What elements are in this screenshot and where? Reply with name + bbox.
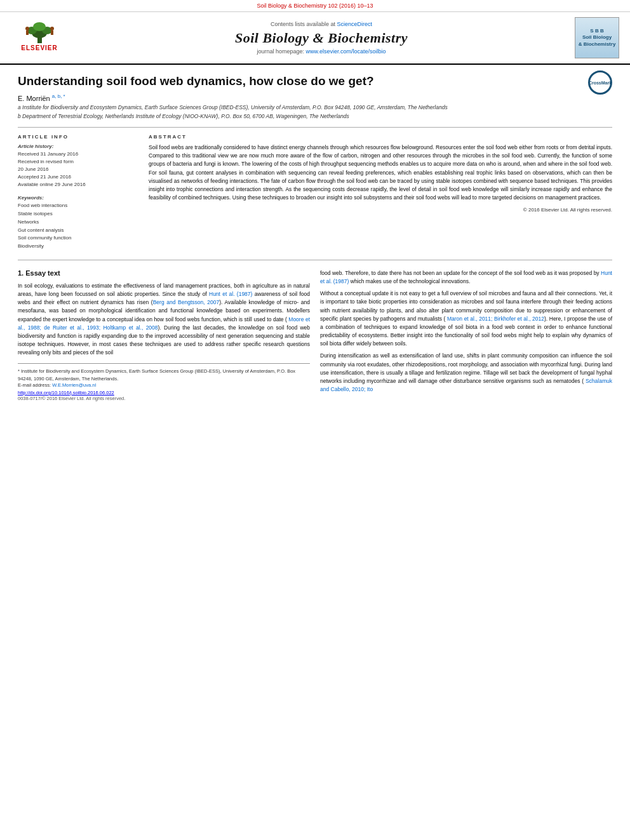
ref-moore-1988[interactable]: Moore et al., 1988; de Ruiter et al., 19…	[18, 316, 310, 331]
sciencedirect-link[interactable]: Contents lists available at ScienceDirec…	[71, 21, 572, 27]
keyword-item: Biodiversity	[18, 243, 138, 251]
ref-maron-2011[interactable]: Maron et al., 2011; Birkhofer et al., 20…	[447, 316, 544, 322]
ref-hunt-1987-left[interactable]: Hunt et al. (1987)	[209, 291, 252, 297]
article-title: Understanding soil food web dynamics, ho…	[18, 74, 612, 90]
footnote-area: * Institute for Biodiversity and Ecosyst…	[18, 363, 310, 401]
article-body: CrossMark Understanding soil food web dy…	[0, 65, 630, 410]
author-name: E. Morriën	[18, 94, 50, 102]
divider-2	[18, 260, 612, 260]
affiliation-b: b Department of Terrestrial Ecology, Net…	[18, 113, 612, 121]
essay-right-text-2: Without a conceptual update it is not ea…	[320, 290, 612, 348]
essay-section: 1. Essay text In soil ecology, evaluatio…	[18, 269, 612, 401]
journal-header: ELSEVIER Contents lists available at Sci…	[0, 12, 630, 65]
essay-right-column: food web. Therefore, to date there has n…	[320, 269, 612, 401]
article-info-label: ARTICLE INFO	[18, 134, 138, 140]
svg-point-5	[33, 22, 46, 31]
journal-homepage-link[interactable]: www.elsevier.com/locate/soilbio	[306, 48, 386, 55]
email-link[interactable]: W.E.Morrien@uva.nl	[52, 382, 96, 388]
keywords-block: Keywords: Food web interactionsStable is…	[18, 195, 138, 251]
svg-point-8	[50, 27, 54, 30]
revised-date: 20 June 2016	[18, 166, 138, 173]
footnote-email-line: E-mail address: W.E.Morrien@uva.nl	[18, 382, 310, 388]
divider-1	[18, 127, 612, 128]
abstract-label: ABSTRACT	[149, 134, 612, 140]
ref-schalamuk-2010[interactable]: Schalamuk and Cabello, 2010; Ito	[320, 378, 612, 392]
journal-reference-text: Soil Biology & Biochemistry 102 (2016) 1…	[257, 3, 373, 9]
crossmark-icon: CrossMark	[588, 70, 612, 95]
essay-right-text-1: food web. Therefore, to date there has n…	[320, 269, 612, 286]
elsevier-logo-area: ELSEVIER	[8, 19, 71, 57]
ref-berg-2007[interactable]: Berg and Bengtsson, 2007	[153, 299, 220, 305]
accepted-date: Accepted 21 June 2016	[18, 173, 138, 181]
footnote-affiliation: * Institute for Biodiversity and Ecosyst…	[18, 368, 310, 382]
info-abstract-section: ARTICLE INFO Article history: Received 3…	[18, 134, 612, 251]
doi-link[interactable]: http://dx.doi.org/10.1016/j.soilbio.2016…	[18, 390, 114, 396]
journal-title: Soil Biology & Biochemistry	[71, 30, 572, 46]
keyword-item: Stable isotopes	[18, 210, 138, 218]
essay-left-text: In soil ecology, evaluations to estimate…	[18, 282, 310, 357]
keyword-item: Soil community function	[18, 234, 138, 243]
svg-rect-7	[26, 30, 29, 35]
journal-homepage: journal homepage: www.elsevier.com/locat…	[71, 48, 572, 55]
sbb-journal-logo: S B B Soil Biology & Biochemistry	[575, 17, 619, 58]
author-superscript: a, b, *	[52, 93, 65, 99]
article-history-block: Article history: Received 31 January 201…	[18, 143, 138, 189]
doi-line[interactable]: http://dx.doi.org/10.1016/j.soilbio.2016…	[18, 390, 310, 396]
essay-right-text-3: During intensification as well as extens…	[320, 352, 612, 394]
available-online: Available online 29 June 2016	[18, 181, 138, 189]
journal-reference-bar: Soil Biology & Biochemistry 102 (2016) 1…	[0, 0, 630, 12]
essay-section-heading: 1. Essay text	[18, 269, 310, 277]
keyword-item: Food web interactions	[18, 202, 138, 210]
keywords-label: Keywords:	[18, 195, 138, 201]
issn-line: 0038-0717/© 2016 Elsevier Ltd. All right…	[18, 396, 310, 401]
essay-left-column: 1. Essay text In soil ecology, evaluatio…	[18, 269, 310, 401]
copyright-text: © 2016 Elsevier Ltd. All rights reserved…	[149, 207, 612, 213]
elsevier-logo: ELSEVIER	[11, 19, 68, 57]
keywords-list: Food web interactionsStable isotopesNetw…	[18, 202, 138, 251]
received-date: Received 31 January 2016	[18, 150, 138, 158]
authors-line: E. Morriën a, b, *	[18, 93, 612, 102]
article-info-column: ARTICLE INFO Article history: Received 3…	[18, 134, 138, 251]
ref-hunt-1987-right[interactable]: Hunt et al. (1987)	[320, 270, 612, 284]
elsevier-brand-text: ELSEVIER	[21, 44, 57, 51]
keyword-item: Networks	[18, 218, 138, 227]
keyword-item: Gut content analysis	[18, 227, 138, 235]
abstract-column: ABSTRACT Soil food webs are traditionall…	[149, 134, 612, 251]
sbb-logo-area: S B B Soil Biology & Biochemistry	[572, 17, 622, 58]
elsevier-tree-icon	[22, 19, 57, 44]
received-revised-label: Received in revised form	[18, 158, 138, 166]
sciencedirect-anchor[interactable]: ScienceDirect	[337, 21, 373, 27]
svg-point-6	[25, 27, 29, 30]
svg-rect-9	[51, 30, 53, 35]
title-area: CrossMark Understanding soil food web dy…	[18, 74, 612, 90]
affiliation-a: a Institute for Biodiversity and Ecosyst…	[18, 104, 612, 112]
abstract-text: Soil food webs are traditionally conside…	[149, 143, 612, 202]
crossmark-badge: CrossMark	[588, 70, 612, 95]
article-history-label: Article history:	[18, 143, 138, 149]
journal-header-center: Contents lists available at ScienceDirec…	[71, 21, 572, 55]
